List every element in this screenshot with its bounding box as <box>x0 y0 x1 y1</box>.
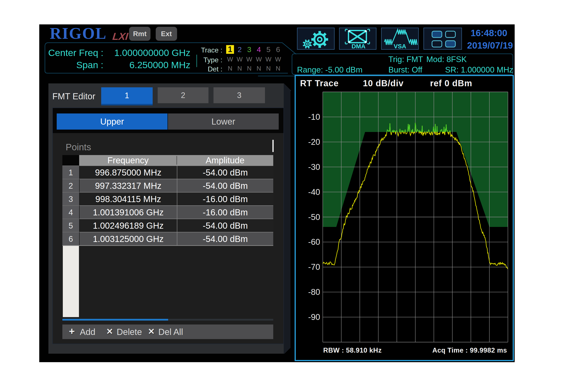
svg-text:-50: -50 <box>308 212 320 222</box>
svg-text:-90: -90 <box>308 312 320 322</box>
svg-text:-30: -30 <box>308 162 320 172</box>
svg-text:-80: -80 <box>308 287 320 297</box>
svg-text:-10: -10 <box>308 112 320 122</box>
svg-text:-20: -20 <box>308 137 320 147</box>
svg-text:-60: -60 <box>308 237 320 247</box>
svg-text:-70: -70 <box>308 262 320 272</box>
svg-text:-40: -40 <box>308 187 320 197</box>
